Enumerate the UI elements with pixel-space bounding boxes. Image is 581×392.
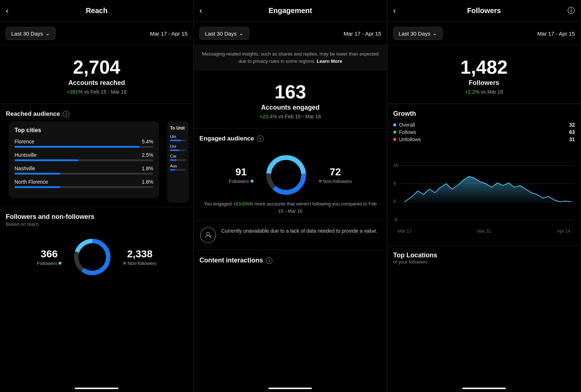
svg-text:5: 5 [393, 181, 396, 186]
engagement-metric-label: Accounts engaged [199, 104, 381, 111]
engagement-date-bar: Last 30 Days ⌄ Mar 17 - Apr 15 [194, 22, 387, 45]
engagement-nonfollowers-stat: 72 Non-followers [319, 166, 352, 184]
reach-header: ‹ Reach [0, 0, 193, 22]
engaged-note: You engaged +63.6%% more accounts that w… [194, 200, 387, 220]
top-locations-subtitle: of your followers [393, 259, 575, 265]
reached-audience-info-icon[interactable]: i [63, 111, 69, 117]
engagement-date-dropdown[interactable]: Last 30 Days ⌄ [199, 27, 249, 40]
engagement-panel: ‹ Engagement Last 30 Days ⌄ Mar 17 - Apr… [194, 0, 387, 392]
top-cities-card: Top cities Florence 5.4% Huntsville 2.5%… [9, 121, 159, 198]
engagement-change-rest: vs Feb 15 - Mar 16 [279, 114, 321, 119]
reach-date-range: Mar 17 - Apr 15 [150, 30, 187, 37]
follows-value: 63 [569, 129, 575, 135]
city-row-north-florence: North Florence 1.8% [15, 179, 153, 188]
legend-follows: Follows 63 [393, 129, 575, 135]
engagement-notice: Messaging-related insights, such as shar… [194, 45, 387, 70]
reach-change-pct: +391% [66, 89, 82, 95]
svg-text:Apr 14: Apr 14 [557, 229, 570, 234]
followers-change-rest: vs Mar 16 [481, 89, 503, 95]
engaged-note-pct: +63.6% [233, 201, 249, 207]
followers-scroll-indicator [462, 388, 506, 389]
reached-audience-header: Reached audience i [0, 104, 193, 121]
reach-change-rest: vs Feb 15 - Mar 16 [84, 89, 127, 95]
engagement-donut-chart [264, 153, 308, 197]
engaged-audience-header: Engaged audience i [194, 128, 387, 146]
engagement-main-number: 163 [199, 82, 381, 102]
content-interactions-info-icon[interactable]: i [266, 257, 272, 264]
city-row-nashville: Nashville 1.8% [15, 166, 153, 175]
reach-metric-label: Accounts reached [6, 79, 187, 87]
engagement-date-range: Mar 17 - Apr 15 [344, 30, 381, 37]
engagement-donut-area: 91 Followers 72 Non-followers [194, 146, 387, 200]
reach-panel: ‹ Reach Last 30 Days ⌄ Mar 17 - Apr 15 2… [0, 0, 194, 392]
content-interactions-header: Content interactions i [194, 250, 387, 269]
svg-text:10: 10 [393, 163, 398, 168]
reach-donut-chart [72, 237, 112, 277]
growth-chart-container: 10 5 0 -5 Mar 17 Mar 31 Apr 14 [387, 148, 581, 245]
unfollows-dot [393, 138, 396, 141]
engaged-note-rest: % more accounts that weren't following y… [249, 201, 377, 214]
engagement-title: Engagement [268, 7, 312, 15]
followers-metric-change: +2.2% vs Mar 16 [393, 89, 575, 95]
overall-dot [393, 123, 396, 126]
reach-main-number: 2,704 [6, 57, 187, 78]
growth-section: Growth Overall 32 Follows 63 Unfollo [387, 104, 581, 148]
followers-title: Followers [467, 7, 501, 15]
reach-metric-change: +391% vs Feb 15 - Mar 16 [6, 89, 187, 95]
growth-legend: Overall 32 Follows 63 Unfollows 31 [393, 122, 575, 142]
reach-date-dropdown[interactable]: Last 30 Days ⌄ [6, 27, 56, 40]
followers-date-range: Mar 17 - Apr 15 [537, 30, 575, 37]
fnf-title: Followers and non-followers [6, 213, 187, 221]
reach-back-button[interactable]: ‹ [6, 6, 8, 16]
followers-metric-section: 1,482 Followers +2.2% vs Mar 16 [387, 45, 581, 104]
reach-title: Reach [86, 7, 107, 15]
followers-back-button[interactable]: ‹ [393, 6, 396, 16]
top-locations-section: Top Locations of your followers [387, 245, 581, 270]
svg-text:Mar 31: Mar 31 [477, 229, 491, 234]
city-row-huntsville: Huntsville 2.5% [15, 152, 153, 161]
svg-point-6 [207, 232, 210, 235]
engagement-followers-stat: 91 Followers [229, 166, 253, 184]
svg-text:Mar 17: Mar 17 [397, 229, 411, 234]
fnf-subtitle: Based on reach [6, 221, 187, 227]
followers-date-dropdown[interactable]: Last 30 Days ⌄ [393, 27, 443, 40]
unavailable-icon [200, 227, 216, 243]
svg-text:-5: -5 [393, 217, 397, 222]
reach-date-bar: Last 30 Days ⌄ Mar 17 - Apr 15 [0, 22, 193, 45]
engagement-header: ‹ Engagement [194, 0, 387, 22]
follows-dot [393, 131, 396, 134]
followers-panel: ‹ Followers ⓘ Last 30 Days ⌄ Mar 17 - Ap… [387, 0, 581, 392]
followers-header: ‹ Followers ⓘ [387, 0, 581, 22]
fnf-section: Followers and non-followers Based on rea… [0, 207, 193, 230]
top-unit-card-partial: To Unit Uni Uni Car Aus [167, 121, 189, 203]
top-locations-title: Top Locations [393, 252, 575, 259]
reach-donut-area: 366 Followers 2,338 Non-followers [0, 230, 193, 281]
top-cities-title: Top cities [15, 127, 153, 134]
engaged-audience-info-icon[interactable]: i [257, 135, 264, 142]
followers-info-button[interactable]: ⓘ [568, 6, 575, 16]
unfollows-value: 31 [569, 136, 575, 142]
reach-nonfollowers-stat: 2,338 Non-followers [123, 248, 156, 266]
legend-unfollows: Unfollows 31 [393, 136, 575, 142]
growth-title: Growth [393, 110, 575, 118]
legend-overall: Overall 32 [393, 122, 575, 128]
engagement-change-pct: +23.4% [260, 114, 277, 119]
followers-metric-label: Followers [393, 79, 575, 87]
followers-main-number: 1,482 [393, 57, 575, 78]
unavailable-box: Currently unavailable due to a lack of d… [194, 220, 387, 250]
engagement-metric-change: +23.4% vs Feb 15 - Mar 16 [199, 114, 381, 119]
reach-followers-stat: 366 Followers [37, 248, 62, 266]
growth-chart-svg: 10 5 0 -5 Mar 17 Mar 31 Apr 14 [393, 151, 575, 238]
engagement-scroll-indicator [268, 388, 312, 389]
unavailable-text: Currently unavailable due to a lack of d… [221, 227, 377, 235]
engagement-back-button[interactable]: ‹ [199, 6, 202, 16]
engagement-metric-section: 163 Accounts engaged +23.4% vs Feb 15 - … [194, 70, 387, 128]
reach-metric-section: 2,704 Accounts reached +391% vs Feb 15 -… [0, 45, 193, 104]
followers-change-pct: +2.2% [465, 89, 479, 95]
followers-date-bar: Last 30 Days ⌄ Mar 17 - Apr 15 [387, 22, 581, 45]
engagement-learn-more-link[interactable]: Learn More [317, 58, 342, 64]
svg-text:0: 0 [393, 199, 396, 204]
reach-scroll-indicator [75, 388, 118, 389]
city-row-florence: Florence 5.4% [15, 139, 153, 148]
overall-value: 32 [569, 122, 575, 128]
